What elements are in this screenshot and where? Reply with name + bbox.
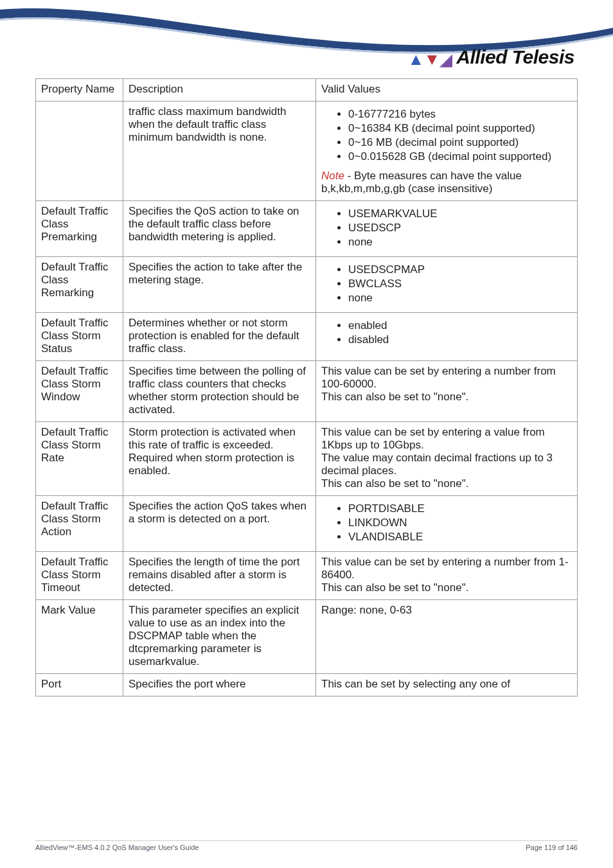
table-row: Default Traffic Class Storm Timeout Spec… [36, 552, 578, 600]
list-item: LINKDOWN [348, 517, 572, 529]
table-row: Default Traffic Class Storm Window Speci… [36, 361, 578, 422]
brand-triangle-icon: ▲▼◢ [407, 49, 452, 69]
table-row: Mark Value This parameter specifies an e… [36, 600, 578, 674]
properties-table: Property Name Description Valid Values t… [35, 78, 578, 696]
list-item: 0-16777216 bytes [348, 108, 572, 121]
col-description: Description [123, 79, 316, 102]
table-row: Default Traffic Class Storm Rate Storm p… [36, 422, 578, 496]
list-item: enabled [348, 319, 572, 332]
cell-property-name: Default Traffic Class Storm Status [36, 313, 123, 361]
cell-property-name: Default Traffic Class Storm Rate [36, 422, 123, 496]
cell-description: Specifies the action QoS takes when a st… [123, 496, 316, 552]
cell-valid-values: Range: none, 0-63 [316, 600, 578, 674]
footer-left: AlliedView™-EMS 4.0.2 QoS Manager User's… [35, 844, 199, 851]
list-item: VLANDISABLE [348, 531, 572, 544]
cell-valid-values: PORTDISABLE LINKDOWN VLANDISABLE [316, 496, 578, 552]
cell-description: This parameter specifies an explicit val… [123, 600, 316, 674]
note-label: Note [321, 170, 344, 182]
list-item: USEDSCP [348, 222, 572, 235]
col-valid-values: Valid Values [316, 79, 578, 102]
cell-description: Storm protection is activated when this … [123, 422, 316, 496]
cell-property-name: Default Traffic Class Storm Action [36, 496, 123, 552]
cell-valid-values: This value can be set by entering a numb… [316, 361, 578, 422]
list-item: 0~16384 KB (decimal point supported) [348, 122, 572, 135]
table-header-row: Property Name Description Valid Values [36, 79, 578, 102]
cell-valid-values: USEMARKVALUE USEDSCP none [316, 201, 578, 257]
cell-valid-values: USEDSCPMAP BWCLASS none [316, 257, 578, 313]
list-item: BWCLASS [348, 278, 572, 290]
cell-valid-values: enabled disabled [316, 313, 578, 361]
list-item: none [348, 236, 572, 249]
cell-property-name: Default Traffic Class Premarking [36, 201, 123, 257]
cell-description: traffic class maximum bandwidth when the… [123, 102, 316, 201]
cell-description: Determines whether or not storm protecti… [123, 313, 316, 361]
table-row: Default Traffic Class Storm Action Speci… [36, 496, 578, 552]
brand-logo: ▲▼◢Allied Telesis [407, 46, 574, 69]
cell-property-name: Default Traffic Class Storm Window [36, 361, 123, 422]
cell-valid-values: This value can be set by entering a valu… [316, 422, 578, 496]
table-row: Default Traffic Class Premarking Specifi… [36, 201, 578, 257]
cell-description: Specifies the action to take after the m… [123, 257, 316, 313]
cell-property-name [36, 102, 123, 201]
col-property-name: Property Name [36, 79, 123, 102]
table-row: Default Traffic Class Storm Status Deter… [36, 313, 578, 361]
cell-description: Specifies time between the polling of tr… [123, 361, 316, 422]
list-item: USEDSCPMAP [348, 263, 572, 276]
cell-property-name: Mark Value [36, 600, 123, 674]
cell-property-name: Default Traffic Class Remarking [36, 257, 123, 313]
list-item: USEMARKVALUE [348, 208, 572, 220]
list-item: disabled [348, 333, 572, 346]
cell-property-name: Port [36, 674, 123, 696]
cell-valid-values: 0-16777216 bytes 0~16384 KB (decimal poi… [316, 102, 578, 201]
brand-text: Allied Telesis [456, 46, 574, 67]
cell-valid-values: This can be set by selecting any one of [316, 674, 578, 696]
footer-right: Page 119 of 146 [526, 844, 578, 851]
table-row: Port Specifies the port where This can b… [36, 674, 578, 696]
cell-valid-values: This value can be set by entering a numb… [316, 552, 578, 600]
list-item: 0~16 MB (decimal point supported) [348, 136, 572, 149]
list-item: 0~0.015628 GB (decimal point supported) [348, 150, 572, 163]
cell-description: Specifies the QoS action to take on the … [123, 201, 316, 257]
cell-property-name: Default Traffic Class Storm Timeout [36, 552, 123, 600]
cell-description: Specifies the port where [123, 674, 316, 696]
page-footer: AlliedView™-EMS 4.0.2 QoS Manager User's… [35, 840, 578, 851]
note-text: - Byte measures can have the value b,k,k… [321, 170, 522, 195]
list-item: PORTDISABLE [348, 502, 572, 515]
cell-description: Specifies the length of time the port re… [123, 552, 316, 600]
list-item: none [348, 292, 572, 305]
table-row: Default Traffic Class Remarking Specifie… [36, 257, 578, 313]
table-row: traffic class maximum bandwidth when the… [36, 102, 578, 201]
